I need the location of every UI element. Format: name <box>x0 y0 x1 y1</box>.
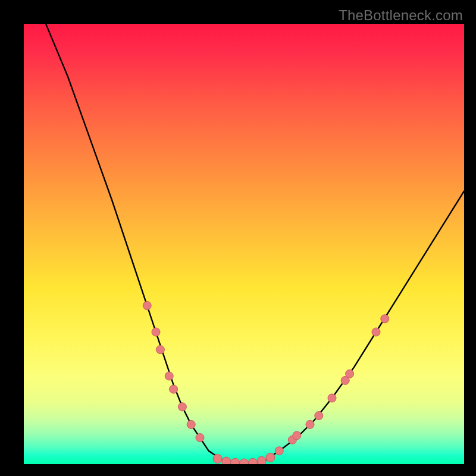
data-dot <box>328 394 336 402</box>
data-dots <box>143 302 389 464</box>
data-dot <box>275 447 283 455</box>
data-dot <box>257 456 266 464</box>
curve-layer <box>24 24 464 464</box>
data-dot <box>315 412 323 420</box>
data-dot <box>231 458 240 464</box>
plot-area <box>24 24 464 464</box>
data-dot <box>187 420 195 428</box>
chart-frame: TheBottleneck.com <box>0 0 476 476</box>
data-dot <box>170 385 178 393</box>
data-dot <box>372 328 380 336</box>
data-dot <box>196 434 204 442</box>
data-dot <box>213 455 222 464</box>
data-dot <box>222 457 231 464</box>
data-dot <box>178 403 186 411</box>
data-dot <box>165 372 173 380</box>
watermark-text: TheBottleneck.com <box>339 7 463 24</box>
data-dot <box>306 420 314 428</box>
data-dot <box>381 315 389 323</box>
data-dot <box>240 459 249 464</box>
data-dot <box>346 369 354 378</box>
data-dot <box>293 431 301 440</box>
data-dot <box>143 302 151 310</box>
bottleneck-curve <box>46 24 464 464</box>
data-dot <box>266 453 275 462</box>
data-dot <box>152 328 160 336</box>
data-dot <box>248 458 257 464</box>
data-dot <box>156 346 164 354</box>
